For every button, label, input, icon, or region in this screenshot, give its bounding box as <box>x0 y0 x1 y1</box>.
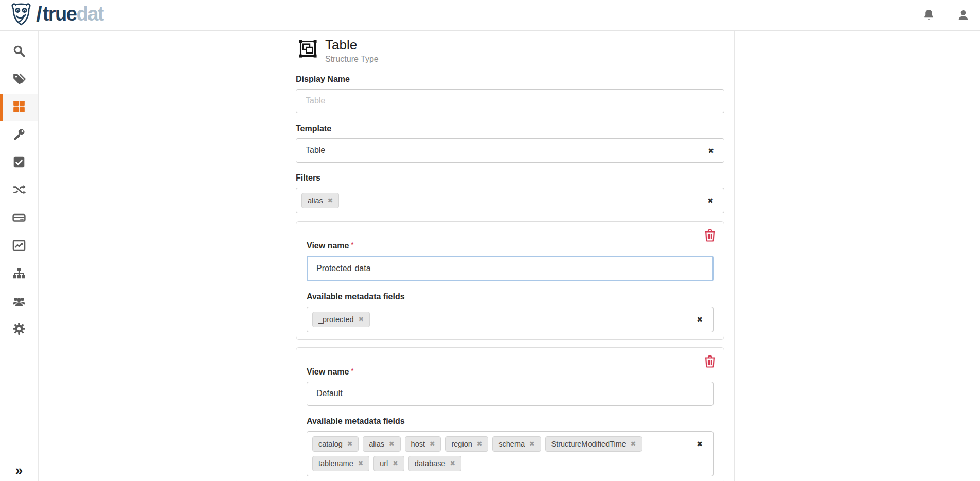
metadata-tag: alias ✖ <box>363 436 400 452</box>
clear-icon[interactable]: ✖ <box>708 147 714 154</box>
metadata-fields-multiselect[interactable]: _protected ✖ ✖ <box>307 307 714 332</box>
metadata-fields-label: Available metadata fields <box>307 417 714 426</box>
metadata-tag: StructureModifiedTime ✖ <box>545 436 643 452</box>
metadata-tag: host ✖ <box>405 436 441 452</box>
sidebar-item-tags[interactable] <box>0 66 38 94</box>
sidebar-item-permissions[interactable] <box>0 121 38 149</box>
user-icon[interactable] <box>957 9 970 22</box>
logo-slash: / <box>36 2 42 27</box>
structure-type-form: Table Structure Type Display Name Templa… <box>296 31 724 481</box>
tag-remove-icon[interactable]: ✖ <box>477 440 482 448</box>
tag-remove-icon[interactable]: ✖ <box>389 440 394 448</box>
sidebar-item-structure-types[interactable] <box>0 94 38 121</box>
tag-label: region <box>451 440 472 448</box>
view-name-label-text: View name <box>307 367 349 376</box>
page-title-texts: Table Structure Type <box>325 38 379 64</box>
view-name-input[interactable] <box>307 382 714 406</box>
metadata-tag: _protected ✖ <box>312 312 370 327</box>
tag-remove-icon[interactable]: ✖ <box>358 459 363 467</box>
sidebar-item-relations[interactable] <box>0 177 38 205</box>
sidebar-item-quality[interactable] <box>0 149 38 177</box>
clear-icon[interactable]: ✖ <box>707 197 714 204</box>
check-square-icon <box>12 155 26 171</box>
metadata-tag: region ✖ <box>445 436 488 452</box>
trash-icon[interactable] <box>704 229 716 242</box>
tag-label: schema <box>498 440 525 448</box>
tag-label: _protected <box>318 315 354 324</box>
truedat-logo[interactable]: / truedat <box>9 2 103 29</box>
tag-remove-icon[interactable]: ✖ <box>393 459 398 467</box>
object-group-icon <box>299 38 317 60</box>
view-name-label-text: View name <box>307 241 349 250</box>
page-title-block: Table Structure Type <box>299 38 724 64</box>
tag-label: url <box>380 459 388 468</box>
tag-label: alias <box>369 440 384 448</box>
template-select[interactable]: ✖ <box>296 138 724 163</box>
tag-remove-icon[interactable]: ✖ <box>347 440 352 448</box>
display-name-input[interactable] <box>296 89 724 113</box>
tag-label: StructureModifiedTime <box>551 440 626 448</box>
sidebar-item-dashboards[interactable] <box>0 233 38 260</box>
sidebar-item-settings[interactable] <box>0 316 38 344</box>
view-name-label: View name* <box>307 241 714 251</box>
clear-icon[interactable]: ✖ <box>697 316 703 323</box>
key-icon <box>12 128 26 143</box>
metadata-fields-multiselect[interactable]: catalog ✖ alias ✖ host ✖ <box>307 431 714 476</box>
angle-double-right-icon: » <box>15 462 23 478</box>
sitemap-icon <box>12 266 26 282</box>
sidebar-item-lineage[interactable] <box>0 260 38 288</box>
template-input[interactable] <box>296 138 724 163</box>
page-subtitle: Structure Type <box>325 55 379 64</box>
required-asterisk: * <box>351 241 353 248</box>
tag-label: database <box>415 459 446 468</box>
filters-multiselect[interactable]: alias ✖ ✖ <box>296 188 724 213</box>
view-name-label: View name* <box>307 367 714 377</box>
tag-label: tablename <box>318 459 353 468</box>
main-content: Table Structure Type Display Name Templa… <box>39 31 735 481</box>
tag-remove-icon[interactable]: ✖ <box>359 315 364 323</box>
logo-text-primary: true <box>43 3 77 25</box>
bell-icon[interactable] <box>922 9 935 22</box>
required-asterisk: * <box>351 367 353 375</box>
sidebar-item-systems[interactable] <box>0 205 38 233</box>
hard-drive-icon <box>12 211 26 226</box>
tag-remove-icon[interactable]: ✖ <box>631 440 636 448</box>
tag-remove-icon[interactable]: ✖ <box>450 459 455 467</box>
sidebar-nav: » <box>0 31 39 481</box>
sidebar-expand-button[interactable]: » <box>0 464 38 477</box>
clear-icon[interactable]: ✖ <box>697 440 703 448</box>
metadata-tag: database ✖ <box>408 456 461 471</box>
metadata-fields-label: Available metadata fields <box>307 292 714 301</box>
sidebar-item-users[interactable] <box>0 288 38 316</box>
tag-label: catalog <box>318 440 343 448</box>
template-label: Template <box>296 124 724 133</box>
logo-text: truedat <box>43 3 103 25</box>
metadata-tag: catalog ✖ <box>312 436 359 452</box>
tag-remove-icon[interactable]: ✖ <box>328 197 333 204</box>
users-icon <box>12 294 26 310</box>
metadata-tag: url ✖ <box>373 456 404 471</box>
sidebar-item-search[interactable] <box>0 38 38 66</box>
top-header: / truedat <box>0 0 980 31</box>
tag-remove-icon[interactable]: ✖ <box>529 440 534 448</box>
view-card: View name* Available metadata fields cat… <box>296 347 724 481</box>
input-text-before-caret: Protected <box>316 264 354 273</box>
metadata-tag: schema ✖ <box>492 436 541 452</box>
input-text-after-caret: data <box>354 264 370 273</box>
view-name-input[interactable]: Protected data <box>307 256 714 281</box>
tag-label: alias <box>308 197 323 205</box>
display-name-label: Display Name <box>296 75 724 84</box>
tags-icon <box>12 72 26 87</box>
tag-remove-icon[interactable]: ✖ <box>430 440 435 448</box>
tag-label: host <box>411 440 425 448</box>
metadata-tag: tablename ✖ <box>312 456 369 471</box>
gear-icon <box>12 322 26 337</box>
trash-icon[interactable] <box>704 355 716 368</box>
filter-tag: alias ✖ <box>301 193 339 208</box>
grid-icon <box>12 100 26 115</box>
owl-logo-icon <box>9 3 33 28</box>
logo-text-secondary: dat <box>76 3 103 25</box>
shuffle-icon <box>12 183 26 199</box>
search-icon <box>12 44 26 60</box>
filters-label: Filters <box>296 173 724 183</box>
